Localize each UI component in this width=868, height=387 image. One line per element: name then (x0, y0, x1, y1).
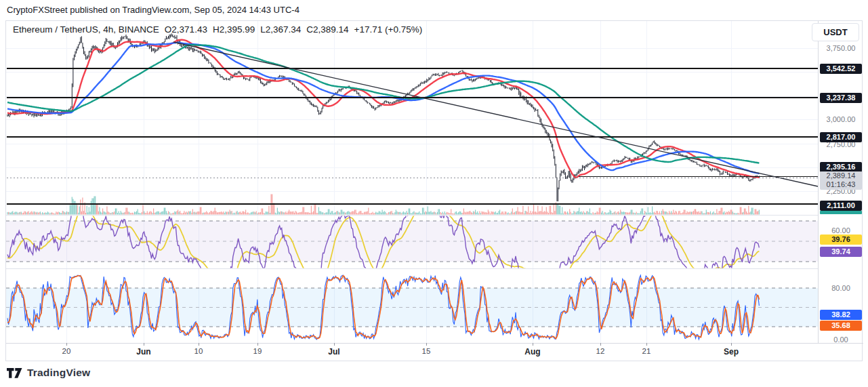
chart-legend: Ethereum / TetherUS, 4h, BINANCEO2,371.4… (13, 24, 428, 35)
chart-widget: Ethereum / TetherUS, 4h, BINANCEO2,371.4… (5, 20, 863, 361)
time-tick-label: Aug (518, 347, 547, 357)
price-level-plaque: 3,237.38 (820, 93, 862, 103)
ohlc-open: O2,371.43 (165, 24, 207, 35)
stoch-k-value-plaque: 38.82 (820, 310, 862, 320)
symbol-title: Ethereum / TetherUS, 4h, BINANCE (13, 24, 159, 35)
tradingview-wordmark: TradingView (27, 367, 90, 379)
price-level-plaque: 2,111.00 (820, 201, 862, 211)
time-tick-label: Jun (129, 347, 159, 357)
price-level-plaque: 3,542.52 (820, 64, 862, 74)
ohlc-low: L2,367.34 (260, 24, 301, 35)
rsi-ma-value-plaque: 39.76 (820, 235, 862, 245)
price-tick-label: 3,000.00 (820, 115, 862, 124)
tradingview-logo-icon (7, 367, 22, 379)
price-axis[interactable]: 3,750.003,000.002,750.002,250.003,542.52… (818, 21, 863, 343)
attribution-text: CryptoFXStreet published on TradingView.… (7, 5, 299, 15)
last-price-countdown: 01:16:43 (827, 180, 856, 189)
tradingview-attribution[interactable]: TradingView (7, 367, 90, 379)
time-tick-label: 20 (51, 347, 81, 355)
price-chart[interactable] (6, 21, 863, 362)
ohlc-close: C2,389.14 (306, 24, 348, 35)
currency-toggle-button[interactable]: USDT (812, 23, 859, 41)
time-tick-label: 10 (184, 347, 213, 355)
time-tick-label: 15 (411, 347, 441, 355)
last-price-plaque: 2,389.1401:16:43 (820, 171, 862, 190)
price-level-plaque: 2,395.16 (820, 162, 862, 172)
last-price-value: 2,389.14 (827, 171, 856, 180)
ohlc-high: H2,395.99 (213, 24, 255, 35)
price-tick-label: 3,750.00 (820, 43, 862, 53)
price-level-plaque: 2,817.00 (820, 132, 862, 142)
stoch-tick-label: 80.00 (820, 283, 862, 293)
time-tick-label: Sep (716, 347, 746, 357)
stoch-d-value-plaque: 35.68 (820, 321, 862, 331)
time-tick-label: Jul (319, 347, 349, 357)
price-change: +17.71 (+0.75%) (354, 24, 423, 35)
time-tick-label: 21 (632, 347, 661, 355)
time-tick-label: 12 (585, 347, 615, 355)
time-axis[interactable]: 20Jun1019Jul15Aug1221Sep (6, 343, 863, 361)
rsi-value-plaque: 39.74 (820, 247, 862, 257)
page-root: { "attribution": "CryptoFXStreet publish… (0, 0, 868, 387)
volume-plaque-sliver (820, 211, 862, 214)
rsi-tick-label: 60.00 (820, 226, 862, 235)
time-tick-label: 19 (243, 347, 272, 355)
